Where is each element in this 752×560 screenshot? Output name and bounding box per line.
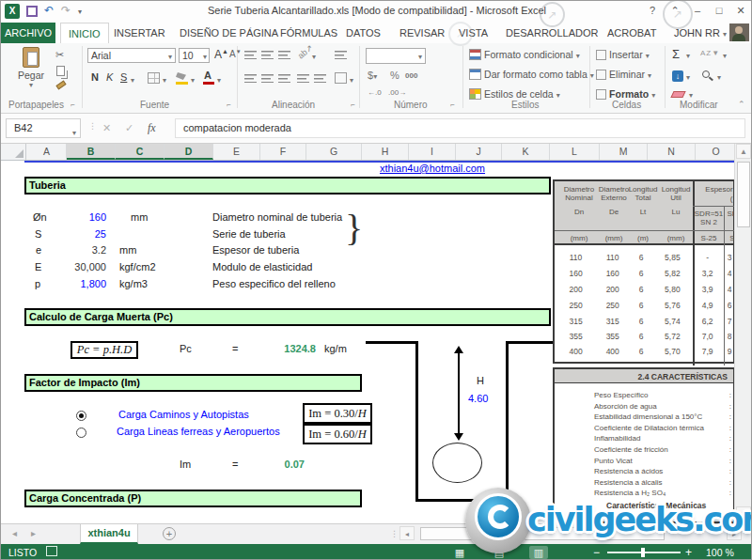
clear-eraser-icon[interactable] [670, 91, 685, 98]
align-center-icon[interactable] [261, 74, 274, 83]
zoom-level[interactable]: 100 % [706, 547, 734, 558]
column-header-e[interactable]: E [213, 144, 260, 160]
section-banner-tuberia[interactable]: Tuberia [24, 177, 551, 194]
param-desc[interactable]: Modulo de elasticidad [212, 261, 312, 272]
sheet-tab-xthian4u[interactable]: xthian4u [80, 524, 138, 544]
hscroll-left-icon[interactable]: ◂ [400, 526, 415, 540]
param-value[interactable]: 1,800 [57, 278, 106, 289]
section-banner-carga-muerta[interactable]: Calculo de Carga Muerta (Pc) [24, 308, 551, 326]
email-link[interactable]: xthian4u@hotmail.com [380, 163, 485, 174]
tab-datos[interactable]: DATOS [346, 23, 381, 43]
align-bottom-icon[interactable] [278, 51, 290, 59]
align-top-icon[interactable] [244, 51, 257, 59]
param-unit[interactable]: kgf/cm2 [119, 261, 156, 272]
param-symbol[interactable]: p [35, 278, 40, 289]
dialog-launcher-icon[interactable]: ⌐ [70, 101, 75, 109]
delete-cells-button[interactable]: Eliminar ▾ [596, 69, 651, 80]
email-cell[interactable]: xthian4u@hotmail.com [362, 163, 503, 174]
tab-diseno-pagina[interactable]: DISEÑO DE PÁGINA [180, 23, 278, 43]
chevron-down-icon[interactable]: ▾ [723, 52, 727, 60]
param-desc[interactable]: Serie de tuberia [212, 228, 286, 240]
param-symbol[interactable]: S [35, 228, 41, 240]
equals-sign[interactable]: = [232, 459, 238, 470]
ribbon-display-options-button[interactable]: ⌃ [665, 3, 685, 19]
section-banner-concentrada[interactable]: Carga Concentrada (P) [24, 490, 362, 507]
chevron-down-icon[interactable]: ▾ [217, 76, 221, 85]
column-header-k[interactable]: K [502, 144, 550, 160]
pipe-dimensions-table[interactable]: DiametroNominal DiametroExterno Longitud… [553, 179, 735, 364]
percent-style-icon[interactable]: % [390, 70, 400, 81]
zoom-in-icon[interactable]: + [685, 546, 692, 559]
dialog-launcher-icon[interactable]: ⌐ [351, 101, 355, 109]
scroll-up-icon[interactable]: ▲ [736, 144, 751, 159]
minimize-button[interactable]: – [687, 3, 708, 19]
param-desc[interactable]: Peso especifico del relleno [212, 278, 336, 289]
result-value[interactable]: 1324.8 [264, 343, 316, 354]
align-left-icon[interactable] [244, 74, 257, 83]
comma-style-icon[interactable]: 000 [405, 71, 417, 80]
param-symbol[interactable]: e [36, 244, 41, 256]
param-value[interactable]: 30,000 [57, 261, 106, 272]
equals-sign[interactable]: = [232, 343, 238, 354]
column-header-o[interactable]: O [696, 144, 736, 160]
underline-button[interactable]: S [120, 71, 127, 83]
new-sheet-icon[interactable]: + [163, 527, 176, 540]
user-account[interactable]: JOHN RR ▾ [674, 23, 727, 43]
merge-center-icon[interactable] [335, 72, 347, 84]
select-all-corner[interactable] [1, 144, 26, 160]
tab-desarrollador[interactable]: DESARROLLADOR [506, 23, 598, 43]
font-name-select[interactable]: Arial▾ [87, 48, 176, 63]
column-header-h[interactable]: H [362, 144, 409, 160]
column-header-l[interactable]: L [550, 144, 600, 160]
collapse-ribbon-icon[interactable]: ⌃ [738, 100, 745, 109]
column-header-n[interactable]: N [648, 144, 696, 160]
wrap-text-icon[interactable] [335, 51, 347, 59]
param-value[interactable]: 3.2 [57, 244, 106, 256]
column-header-m[interactable]: M [600, 144, 648, 160]
chevron-down-icon[interactable]: ▾ [131, 76, 134, 85]
section-banner-impacto[interactable]: Factor de Impacto (Im) [24, 374, 362, 392]
vscroll-thumb[interactable] [737, 162, 750, 227]
confirm-entry-icon[interactable]: ✓ [125, 122, 133, 134]
chevron-down-icon[interactable]: ▾ [689, 91, 693, 100]
tab-archivo[interactable]: ARCHIVO [1, 23, 55, 43]
param-symbol[interactable]: Øn [33, 211, 47, 223]
column-header-d[interactable]: D [164, 144, 213, 160]
column-header-j[interactable]: J [456, 144, 502, 160]
increase-decimal-icon[interactable]: ←.0 [368, 88, 382, 97]
copy-icon[interactable] [56, 66, 65, 76]
column-header-i[interactable]: I [409, 144, 456, 160]
align-right-icon[interactable] [278, 74, 290, 83]
tab-acrobat[interactable]: ACROBAT [607, 23, 656, 43]
chevron-down-icon[interactable]: ▾ [191, 76, 195, 85]
cut-icon[interactable]: ✂ [55, 49, 64, 61]
radio-ferreas[interactable] [76, 428, 86, 438]
dialog-launcher-icon[interactable]: ⌐ [227, 101, 231, 109]
dialog-launcher-icon[interactable]: ⌐ [450, 101, 455, 109]
param-value[interactable]: 25 [57, 228, 106, 240]
vertical-scrollbar[interactable]: ▲ ▼ [734, 144, 751, 523]
column-header-b[interactable]: B [67, 144, 116, 160]
macro-record-icon[interactable] [46, 546, 57, 556]
insert-function-icon[interactable]: fx [148, 121, 156, 135]
shrink-font-button[interactable]: A▼ [229, 49, 242, 59]
name-box[interactable]: B42▾ [6, 118, 81, 138]
caracteristicas-box[interactable]: 2.4 CARACTERÍSTICAS Peso EspecíficoAbsor… [553, 367, 735, 523]
grow-font-button[interactable]: A▲ [214, 48, 228, 61]
scroll-down-icon[interactable]: ▼ [736, 506, 751, 521]
paste-button[interactable]: Pegar ▾ [10, 47, 52, 96]
hscroll-thumb[interactable] [420, 527, 665, 540]
chevron-down-icon[interactable]: ▾ [350, 76, 353, 85]
param-desc[interactable]: Espesor de tuberia [212, 244, 299, 256]
column-header-c[interactable]: C [116, 144, 164, 160]
column-header-a[interactable]: A [27, 144, 67, 160]
formula-box-pc[interactable]: Pc = p.H.D [70, 341, 138, 359]
param-symbol[interactable]: E [35, 261, 41, 272]
chevron-down-icon[interactable]: ▾ [717, 73, 721, 82]
param-unit[interactable]: mm [131, 211, 148, 223]
radio-ferreas-label[interactable]: Carga Lineas ferreas y Aeropuertos [117, 426, 280, 437]
result-value[interactable]: 0.07 [253, 459, 305, 470]
column-header-f[interactable]: F [260, 144, 306, 160]
tab-scroll-divider[interactable]: ⋮ [390, 529, 399, 538]
chevron-down-icon[interactable]: ▾ [163, 76, 166, 85]
